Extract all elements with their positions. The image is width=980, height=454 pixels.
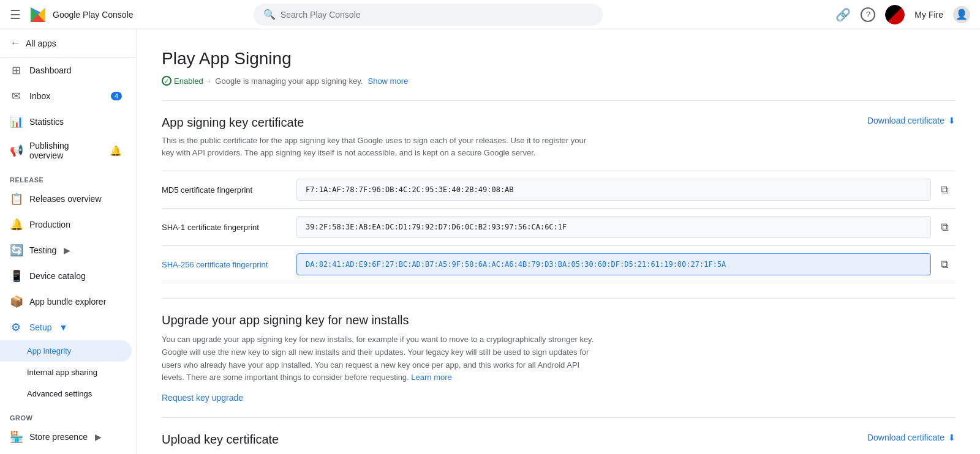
md5-label: MD5 certificate fingerprint — [162, 171, 296, 209]
sha256-copy-button[interactable]: ⧉ — [938, 256, 951, 274]
enabled-dot-icon — [162, 76, 172, 86]
main-content: Play App Signing Enabled · Google is man… — [137, 29, 980, 454]
sidebar-item-device-catalog[interactable]: 📱 Device catalog — [0, 263, 132, 289]
md5-copy-button[interactable]: ⧉ — [938, 181, 951, 199]
sidebar-item-inbox[interactable]: ✉ Inbox 4 — [0, 83, 132, 109]
logo-text: Google Play Console — [53, 10, 134, 20]
upgrade-desc: You can upgrade your app signing key for… — [162, 333, 603, 384]
dashboard-icon: ⊞ — [10, 64, 22, 77]
sha256-row: SHA-256 certificate fingerprint DA:82:41… — [162, 246, 956, 283]
sha256-value-cell: DA:82:41:AD:E9:6F:27:BC:AD:B7:A5:9F:58:6… — [296, 246, 931, 283]
download-icon-2: ⬇ — [948, 433, 956, 442]
statistics-icon: 📊 — [10, 115, 22, 128]
divider-1 — [162, 100, 956, 101]
inbox-icon: ✉ — [10, 89, 22, 103]
sidebar-label-statistics: Statistics — [29, 117, 64, 127]
setup-expand-icon: ▼ — [59, 322, 68, 332]
sidebar-item-testing[interactable]: 🔄 Testing ▶ — [0, 237, 132, 263]
profile-avatar: 👤 — [956, 9, 968, 20]
signing-key-title: App signing key certificate — [162, 116, 304, 130]
sidebar-label-testing: Testing — [29, 245, 56, 255]
download-certificate-button-2[interactable]: Download certificate ⬇ — [867, 433, 956, 442]
app-bundle-icon: 📦 — [10, 295, 22, 308]
fingerprints-table: MD5 certificate fingerprint F7:1A:AF:78:… — [162, 171, 956, 283]
production-icon: 🔔 — [10, 218, 22, 231]
sidebar-label-app-bundle: App bundle explorer — [29, 297, 106, 307]
logo[interactable]: Google Play Console — [28, 5, 134, 24]
sidebar-label-releases: Releases overview — [29, 194, 102, 204]
sidebar-item-releases-overview[interactable]: 📋 Releases overview — [0, 186, 132, 212]
sidebar-label-advanced-settings: Advanced settings — [27, 389, 92, 398]
status-text: Enabled — [174, 76, 203, 86]
search-container: 🔍 — [254, 4, 603, 26]
search-icon: 🔍 — [263, 9, 276, 20]
copy-icon-sha256: ⧉ — [941, 258, 949, 271]
menu-button[interactable]: ☰ — [10, 7, 21, 22]
divider-3 — [162, 417, 956, 418]
sidebar-item-statistics[interactable]: 📊 Statistics — [0, 109, 132, 135]
download-label-2: Download certificate — [867, 433, 944, 442]
sidebar-item-internal-app-sharing[interactable]: Internal app sharing — [0, 362, 132, 383]
store-presence-expand-icon: ▶ — [95, 432, 102, 442]
sha256-copy-cell: ⧉ — [931, 246, 956, 283]
topbar: ☰ Google Play Console 🔍 🔗 ? My Fire 👤 — [0, 0, 980, 29]
copy-icon-md5: ⧉ — [941, 184, 949, 196]
release-section-label: Release — [0, 166, 137, 186]
all-apps-button[interactable]: ← All apps — [0, 29, 137, 58]
md5-row: MD5 certificate fingerprint F7:1A:AF:78:… — [162, 171, 956, 209]
sidebar: ← All apps ⊞ Dashboard ✉ Inbox 4 📊 Stati… — [0, 29, 137, 454]
download-certificate-button-1[interactable]: Download certificate ⬇ — [867, 116, 956, 125]
publishing-icon: 📢 — [10, 144, 22, 157]
help-icon: ? — [861, 7, 875, 22]
status-desc: Google is managing your app signing key. — [215, 76, 363, 86]
sidebar-label-dashboard: Dashboard — [29, 65, 72, 75]
back-arrow-icon: ← — [10, 37, 21, 50]
show-more-link[interactable]: Show more — [368, 76, 408, 86]
upgrade-desc-text: You can upgrade your app signing key for… — [162, 335, 594, 382]
sidebar-label-internal-app-sharing: Internal app sharing — [27, 368, 97, 377]
sidebar-item-store-presence[interactable]: 🏪 Store presence ▶ — [0, 424, 132, 450]
sidebar-item-setup[interactable]: ⚙ Setup ▼ — [0, 314, 132, 340]
sidebar-item-store-performance[interactable]: 📈 Store performance — [0, 450, 132, 454]
all-apps-label: All apps — [26, 39, 56, 48]
account-name: My Fire — [914, 10, 943, 20]
status-separator: · — [208, 76, 211, 86]
upgrade-title: Upgrade your app signing key for new ins… — [162, 313, 956, 327]
md5-value: F7:1A:AF:78:7F:96:DB:4C:2C:95:3E:40:2B:4… — [296, 179, 931, 201]
search-input[interactable] — [281, 10, 593, 20]
testing-expand-icon: ▶ — [64, 245, 70, 255]
menu-icon: ☰ — [10, 7, 21, 22]
upload-key-section-header: Upload key certificate Download certific… — [162, 433, 956, 452]
account-menu[interactable]: My Fire — [914, 10, 943, 20]
sidebar-label-app-integrity: App integrity — [27, 346, 71, 355]
sidebar-label-device-catalog: Device catalog — [29, 271, 86, 281]
sha1-label: SHA-1 certificate fingerprint — [162, 209, 296, 246]
testing-icon: 🔄 — [10, 244, 22, 257]
sidebar-item-publishing[interactable]: 📢 Publishing overview 🔔 — [0, 135, 132, 166]
signing-key-section-header: App signing key certificate Download cer… — [162, 116, 956, 130]
sidebar-item-dashboard[interactable]: ⊞ Dashboard — [0, 58, 132, 83]
page-status: Enabled · Google is managing your app si… — [162, 76, 956, 86]
sidebar-item-app-bundle[interactable]: 📦 App bundle explorer — [0, 289, 132, 314]
page-title: Play App Signing — [162, 49, 956, 69]
enabled-badge: Enabled — [162, 76, 203, 86]
request-key-upgrade-link[interactable]: Request key upgrade — [162, 393, 243, 403]
profile-icon[interactable]: 👤 — [953, 6, 970, 23]
link-icon: 🔗 — [835, 7, 851, 22]
sidebar-item-app-integrity[interactable]: App integrity — [0, 340, 132, 362]
sidebar-item-production[interactable]: 🔔 Production — [0, 212, 132, 237]
avatar-flag[interactable] — [885, 5, 905, 24]
topbar-right: 🔗 ? My Fire 👤 — [835, 5, 970, 24]
sha256-label: SHA-256 certificate fingerprint — [162, 246, 296, 283]
md5-copy-cell: ⧉ — [931, 171, 956, 209]
learn-more-link[interactable]: Learn more — [411, 373, 451, 382]
help-button[interactable]: ? — [861, 7, 875, 22]
signing-key-desc: This is the public certificate for the a… — [162, 135, 590, 158]
sidebar-item-advanced-settings[interactable]: Advanced settings — [0, 383, 132, 404]
publishing-badge-icon: 🔔 — [110, 145, 122, 157]
sha1-row: SHA-1 certificate fingerprint 39:2F:58:3… — [162, 209, 956, 246]
sha1-copy-button[interactable]: ⧉ — [938, 218, 951, 236]
inbox-badge: 4 — [111, 92, 122, 100]
link-button[interactable]: 🔗 — [835, 7, 851, 22]
setup-icon: ⚙ — [10, 321, 22, 334]
